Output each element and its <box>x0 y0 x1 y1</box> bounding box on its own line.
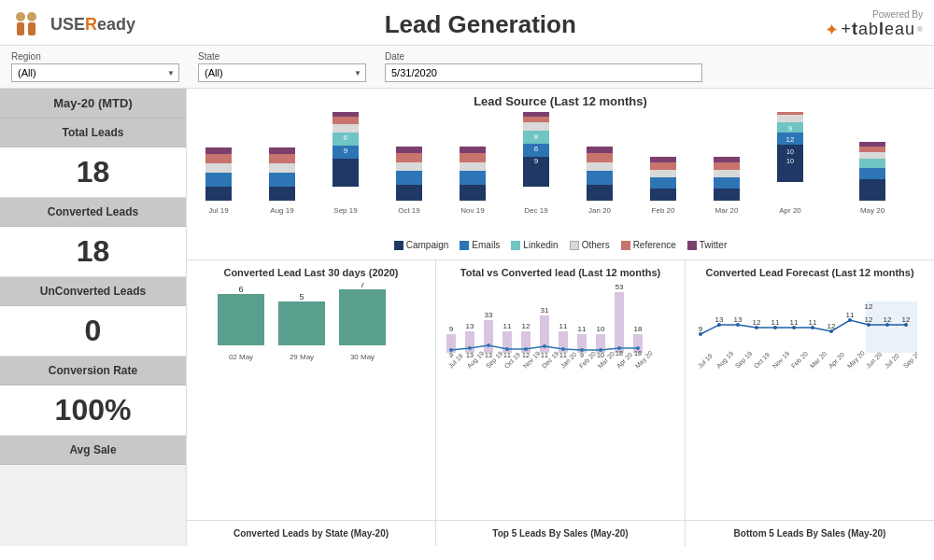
region-select[interactable]: (All) <box>11 63 179 82</box>
svg-rect-83 <box>218 294 264 345</box>
svg-text:11: 11 <box>503 352 511 358</box>
svg-text:11: 11 <box>809 318 817 327</box>
svg-text:12: 12 <box>828 322 836 330</box>
state-select[interactable]: (All) <box>198 63 366 82</box>
header: USEReady Lead Generation Powered By ✦ +t… <box>0 0 934 46</box>
svg-rect-111 <box>615 292 624 353</box>
converted-30days-section: Converted Lead Last 30 days (2020) 6 02 … <box>187 260 436 520</box>
svg-text:12: 12 <box>865 302 873 311</box>
svg-text:12: 12 <box>753 318 761 327</box>
legend-others-dot <box>570 241 579 250</box>
lead-source-chart: Jul 19 Aug 19 6 9 <box>196 112 925 236</box>
svg-rect-76 <box>859 168 885 179</box>
forecast-chart: Jul 19 Aug 19 Sep 19 Oct 19 Nov 19 Feb 2… <box>693 283 927 374</box>
svg-text:12: 12 <box>522 322 531 330</box>
total-vs-converted-svg: Jul 19 Aug 19 Sep 19 Oct 19 Nov 19 Dec 1… <box>444 283 668 371</box>
svg-text:18: 18 <box>634 350 642 357</box>
by-state-section: Converted Leads by State (May-20) <box>187 521 436 546</box>
converted-30days-title: Converted Lead Last 30 days (2020) <box>194 266 428 279</box>
total-vs-converted-title: Total vs Converted lead (Last 12 months) <box>444 266 677 279</box>
svg-rect-146 <box>866 301 917 353</box>
svg-rect-61 <box>714 170 740 177</box>
forecast-section: Converted Lead Forecast (Last 12 months)… <box>686 260 934 520</box>
svg-text:18: 18 <box>616 350 623 357</box>
svg-text:10: 10 <box>786 148 794 155</box>
svg-rect-28 <box>396 153 422 162</box>
date-label: Date <box>385 51 904 62</box>
svg-text:11: 11 <box>771 318 780 327</box>
svg-rect-53 <box>650 189 676 201</box>
page-title: Lead Generation <box>135 10 825 39</box>
svg-text:Apr 20: Apr 20 <box>828 351 846 370</box>
main-content: May-20 (MTD) Total Leads 18 Converted Le… <box>0 89 934 546</box>
svg-rect-13 <box>269 154 295 163</box>
svg-text:12: 12 <box>884 315 892 324</box>
svg-text:9: 9 <box>534 157 539 165</box>
svg-rect-54 <box>650 177 676 189</box>
date-input[interactable] <box>385 63 702 82</box>
svg-text:53: 53 <box>616 283 624 291</box>
logo-text: USEReady <box>50 15 135 34</box>
state-label: State <box>198 51 366 62</box>
svg-text:Aug 19: Aug 19 <box>270 206 294 215</box>
svg-rect-75 <box>859 179 885 201</box>
svg-text:Sep 19: Sep 19 <box>333 206 358 215</box>
svg-rect-20 <box>333 124 359 133</box>
svg-rect-26 <box>396 171 422 185</box>
tableau-icon: ✦ <box>825 20 839 40</box>
svg-rect-7 <box>205 154 232 163</box>
converted-30days-chart: 6 02 May 5 29 May 7 30 May <box>194 283 428 374</box>
svg-text:9: 9 <box>344 147 348 155</box>
svg-text:Oct 19: Oct 19 <box>398 206 420 215</box>
svg-text:13: 13 <box>734 315 743 324</box>
svg-text:9: 9 <box>580 352 584 358</box>
bottom5-title: Bottom 5 Leads By Sales (May-20) <box>734 528 886 539</box>
total-vs-converted-chart: Jul 19 Aug 19 Sep 19 Oct 19 Nov 19 Dec 1… <box>444 283 677 374</box>
svg-rect-25 <box>396 185 422 201</box>
svg-rect-86 <box>278 301 325 345</box>
svg-point-129 <box>543 344 546 348</box>
svg-rect-50 <box>587 153 613 162</box>
svg-rect-23 <box>333 112 359 117</box>
filters-bar: Region (All) State (All) Date <box>0 46 934 89</box>
svg-point-0 <box>16 12 25 21</box>
svg-rect-8 <box>205 147 232 154</box>
svg-text:8: 8 <box>534 133 539 141</box>
svg-text:13: 13 <box>485 352 492 358</box>
svg-rect-2 <box>17 22 24 35</box>
svg-rect-16 <box>333 159 359 187</box>
svg-text:11: 11 <box>559 322 568 330</box>
svg-text:Feb 20: Feb 20 <box>790 351 809 370</box>
svg-text:13: 13 <box>715 315 724 324</box>
svg-rect-60 <box>714 177 740 189</box>
logo-icon <box>11 7 45 41</box>
top5-section: Top 5 Leads By Sales (May-20) <box>436 521 686 546</box>
svg-text:Aug 19: Aug 19 <box>715 350 735 370</box>
svg-rect-104 <box>484 320 493 353</box>
date-filter: Date <box>385 51 904 82</box>
svg-text:12: 12 <box>522 352 530 358</box>
svg-text:11: 11 <box>541 352 548 358</box>
svg-text:10: 10 <box>597 325 605 333</box>
svg-point-125 <box>468 346 472 350</box>
total-vs-converted-section: Total vs Converted lead (Last 12 months)… <box>436 260 686 520</box>
svg-text:10: 10 <box>597 352 604 358</box>
svg-text:Jan 20: Jan 20 <box>588 206 612 215</box>
svg-rect-59 <box>714 189 740 201</box>
conversion-rate-value: 100% <box>0 385 186 436</box>
lead-source-title: Lead Source (Last 12 months) <box>196 94 925 108</box>
svg-rect-48 <box>587 171 613 185</box>
svg-text:Jul 20: Jul 20 <box>884 353 900 370</box>
converted-leads-value: 18 <box>0 227 186 277</box>
top5-title: Top 5 Leads By Sales (May-20) <box>492 528 628 539</box>
svg-text:Mar 20: Mar 20 <box>715 206 739 215</box>
svg-point-128 <box>524 347 528 351</box>
svg-text:11: 11 <box>846 311 855 319</box>
svg-text:11: 11 <box>578 325 587 333</box>
svg-rect-29 <box>396 147 422 153</box>
svg-rect-49 <box>587 162 613 171</box>
svg-text:11: 11 <box>559 352 567 358</box>
svg-text:12: 12 <box>902 315 911 324</box>
svg-text:Oct 19: Oct 19 <box>753 351 771 370</box>
svg-rect-80 <box>859 142 885 147</box>
